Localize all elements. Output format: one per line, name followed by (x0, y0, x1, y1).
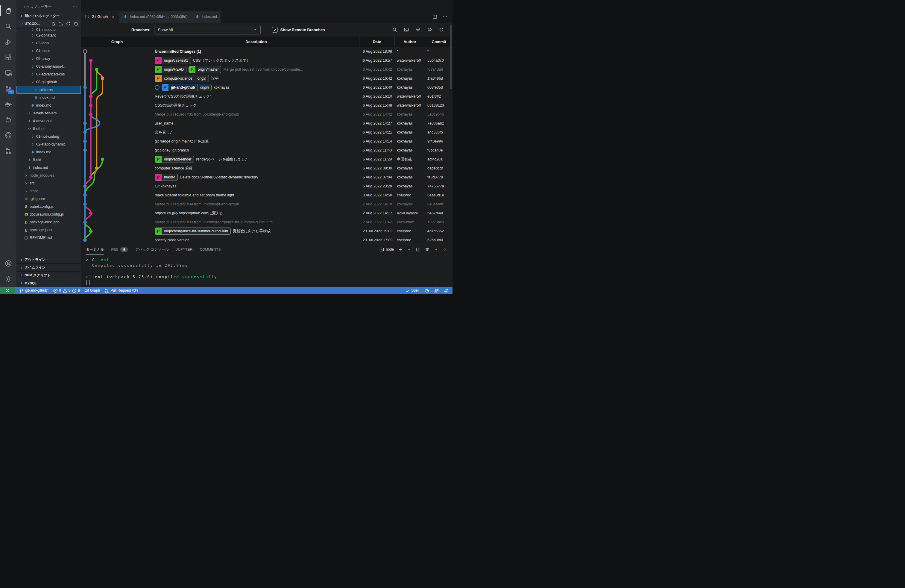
tree-folder-02-static-dynamic[interactable]: 02-static-dynamic (16, 140, 81, 148)
section-MYSQL[interactable]: MYSQL (16, 279, 81, 287)
branches-dropdown[interactable]: Show All (154, 25, 261, 35)
tree-folder-03-loop[interactable]: 03-loop (16, 39, 81, 47)
tree-file-index.md[interactable]: index.md (16, 94, 81, 102)
column-header-author[interactable]: Author (394, 37, 425, 47)
status-pull-request[interactable]: Pull Request #34 (105, 288, 138, 293)
tree-folder-05-array[interactable]: 05-array (16, 55, 81, 63)
panel-tab-デバッグ コンソール[interactable]: デバッグ コンソール (135, 244, 169, 254)
status-notifications[interactable] (443, 288, 448, 293)
tree-folder-08-git-github[interactable]: 08-git-github (16, 78, 81, 86)
tree-file-README.md[interactable]: README.md (16, 234, 81, 242)
tree-file-package.json[interactable]: {}package.json (16, 226, 81, 234)
commit-row[interactable]: masterDelete docs/8-other/02-static-dyna… (81, 173, 452, 182)
fetch-remote-icon[interactable] (427, 27, 432, 32)
tree-file-babel.config.js[interactable]: Bbabel.config.js (16, 203, 81, 210)
branch-badge-origin/add-render[interactable]: origin/add-render (155, 156, 194, 163)
commit-row[interactable]: Uncommitted Changes (1)6 Aug 2022 18:06*… (81, 47, 452, 56)
tab-index.md (003fe35d^ ↔ 003fe35d)[interactable]: index.md (003fe35d^ ↔ 003fe35d) (119, 11, 191, 23)
remote-indicator[interactable] (0, 287, 15, 294)
tab-Git Graph[interactable]: Git Graph (81, 11, 119, 23)
panel-tab-JUPYTER[interactable]: JUPYTER (176, 244, 192, 254)
project-section-header[interactable]: UTCOD... (16, 20, 81, 27)
branch-badge-origin/css-test1[interactable]: origin/css-test1 (155, 57, 191, 64)
split-terminal-icon[interactable] (416, 247, 421, 252)
more-actions-icon[interactable] (72, 5, 77, 9)
commit-row[interactable]: computer science 俯瞰6 Aug 2022 08:30kokha… (81, 164, 452, 173)
branch-badge-origin/master[interactable]: origin/master (189, 66, 221, 73)
editor-scrollbar[interactable] (450, 25, 452, 89)
more-actions-icon[interactable] (442, 14, 448, 19)
tree-file-package-lock.json[interactable]: {}package-lock.json (16, 218, 81, 226)
open-editors-section[interactable]: 開いているエディター (16, 12, 81, 20)
commit-row[interactable]: user_name6 Aug 2022 14:27kokhayas7e306ab… (81, 119, 452, 128)
activity-extensions[interactable] (0, 50, 16, 65)
branch-badge-master[interactable]: master (155, 174, 178, 181)
activity-manage[interactable] (0, 271, 16, 287)
activity-source-control[interactable]: 1 (0, 81, 16, 96)
close-icon[interactable] (111, 15, 116, 19)
tree-file-docusaurus.config.js[interactable]: JSdocusaurus.config.js (16, 210, 81, 218)
tree-file-.gitignore[interactable]: .gitignore (16, 195, 81, 203)
commit-row[interactable]: origin/HEADorigin/masterMerge pull reque… (81, 65, 452, 74)
tree-folder-node_modules[interactable]: node_modules (16, 172, 81, 180)
terminal-output[interactable]: ✔ Client Compiled successfully in 202.08… (81, 254, 452, 286)
tree-folder-02-constant[interactable]: 02-constant (16, 32, 81, 39)
branch-badge-origin/HEAD[interactable]: origin/HEAD (155, 66, 186, 73)
branch-badge-git-and-github[interactable]: git-and-githuborigin (162, 84, 211, 91)
tree-folder-3-web-servers[interactable]: 3-web-servers (16, 109, 81, 117)
column-header-date[interactable]: Date (359, 37, 394, 47)
status-feedback[interactable] (434, 288, 438, 293)
activity-github-pull-requests[interactable] (0, 143, 16, 159)
new-terminal-icon[interactable] (398, 247, 403, 252)
column-header-graph[interactable]: Graph (81, 37, 153, 47)
status-spell[interactable]: Spell (405, 288, 419, 293)
tree-file-index.md[interactable]: index.md (16, 148, 81, 156)
activity-explorer[interactable] (0, 3, 16, 19)
commit-row[interactable]: Merge pull request #33 from ut-code/reor… (81, 218, 452, 227)
close-panel-icon[interactable] (443, 247, 448, 252)
commit-row[interactable]: Revert "CSSの節の画像チェック"6 Aug 2022 16:10wat… (81, 92, 452, 101)
commit-row[interactable]: Merge pull request #34 from ut-code/git-… (81, 200, 452, 209)
commit-row[interactable]: specify Node version23 Jul 2022 17:09che… (81, 236, 452, 244)
split-editor-icon[interactable] (432, 14, 438, 19)
tree-folder-01-inspector[interactable]: 01-inspector (16, 27, 81, 32)
branch-badge-computer-science[interactable]: computer-scienceorigin (155, 75, 209, 82)
activity-github[interactable] (0, 127, 16, 143)
tab-index.md[interactable]: index.md (191, 11, 221, 23)
new-file-icon[interactable] (51, 21, 56, 26)
tree-folder-static[interactable]: static (16, 187, 81, 195)
search-icon[interactable] (392, 27, 397, 32)
tree-folder-06-anonymous-f...[interactable]: 06-anonymous-f... (16, 63, 81, 70)
tree-folder-4-advanced[interactable]: 4-advanced (16, 117, 81, 125)
tree-folder-07-advanced-css[interactable]: 07-advanced-css (16, 70, 81, 78)
commit-row[interactable]: https://.co.jpをhttps://github.comに変えた2 A… (81, 209, 452, 218)
status-git-graph[interactable]: Git Graph (84, 288, 100, 292)
terminal-shell[interactable]: node (379, 247, 394, 252)
collapse-all-icon[interactable] (73, 21, 78, 26)
commit-row[interactable]: git cloneとgit branch6 Aug 2022 11:43kokh… (81, 146, 452, 155)
commit-row[interactable]: Merge pull request #35 from ut-code/git-… (81, 110, 452, 119)
kill-terminal-icon[interactable] (425, 247, 430, 252)
chevron-down-icon[interactable] (407, 247, 412, 252)
column-header-commit[interactable]: Commit (425, 37, 452, 47)
refresh-icon[interactable] (439, 27, 444, 32)
commit-row[interactable]: 文を直した6 Aug 2022 14:21kokhayasa4c538fb (81, 128, 452, 137)
commit-row[interactable]: make sidebar foldable and set prism them… (81, 191, 452, 200)
commit-row[interactable]: CSSの節の画像チェック6 Aug 2022 15:48waterwalker5… (81, 101, 452, 110)
show-remote-branches-checkbox[interactable] (272, 27, 278, 33)
panel-tab-問題[interactable]: 問題8 (111, 244, 128, 254)
new-folder-icon[interactable] (58, 21, 63, 26)
tree-folder-9-old[interactable]: 9-old (16, 156, 81, 164)
commit-row[interactable]: origin/css-test1CSS（フレックスボックスまで）6 Aug 20… (81, 56, 452, 65)
activity-docker[interactable] (0, 96, 16, 112)
status-problems[interactable]: 0 0 8 (53, 288, 80, 293)
tree-folder-pictures[interactable]: pictures (16, 86, 81, 94)
tree-folder-src[interactable]: src (16, 180, 81, 187)
section-タイムライン[interactable]: タイムライン (16, 264, 81, 271)
settings-icon[interactable] (415, 27, 421, 32)
commit-row[interactable]: computer-scienceorigin誤字6 Aug 2022 16:42… (81, 74, 452, 83)
terminal-icon[interactable] (404, 27, 409, 32)
commit-row[interactable]: Git kokhayas5 Aug 2022 23:29kokhayas7475… (81, 182, 452, 191)
activity-remote-explorer[interactable] (0, 65, 16, 81)
panel-tab-ターミナル[interactable]: ターミナル (86, 244, 104, 254)
